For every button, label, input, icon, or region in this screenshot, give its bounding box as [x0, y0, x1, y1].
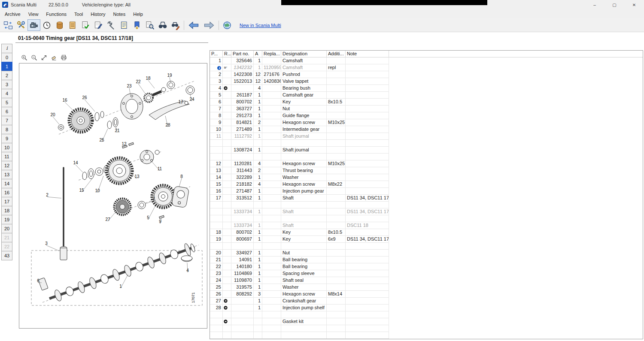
- sidebar-page-10[interactable]: 10: [1, 143, 12, 152]
- assembly-icon[interactable]: [223, 318, 231, 325]
- fit-icon[interactable]: [40, 54, 48, 61]
- sidebar-page-2[interactable]: 2: [1, 71, 12, 80]
- sidebar-page-20[interactable]: 20: [1, 224, 12, 233]
- zoom-out-icon[interactable]: [30, 54, 38, 61]
- globe-icon[interactable]: [221, 19, 234, 31]
- eraser-icon[interactable]: [50, 54, 58, 61]
- table-row[interactable]: 31522013121420836Valve tappet: [210, 78, 389, 85]
- table-row[interactable]: 253195751Washer: [210, 284, 389, 291]
- sidebar-page-6[interactable]: 6: [1, 107, 12, 116]
- sidebar-page-21[interactable]: 21: [1, 233, 12, 242]
- document-check-icon[interactable]: [79, 19, 92, 31]
- table-row[interactable]: [210, 202, 389, 208]
- table-row[interactable]: 1211202814Hexagon screwM10x25: [210, 160, 389, 167]
- table-row[interactable]: 102714891Intermediate gear: [210, 126, 389, 133]
- menu-help[interactable]: Help: [129, 11, 147, 18]
- column-header-designation[interactable]: Designation: [281, 51, 327, 57]
- table-row[interactable]: 173135121ShaftDS11 34, DSC11 17: [210, 195, 389, 202]
- sidebar-page-43[interactable]: 43: [1, 251, 12, 260]
- document-edit-icon[interactable]: [92, 19, 105, 31]
- column-header-r[interactable]: R...: [223, 51, 231, 57]
- table-row[interactable]: 188007021Key8x10.5: [210, 229, 389, 236]
- column-header-part-no[interactable]: Part no.: [231, 51, 254, 57]
- column-header-additi[interactable]: Additi...: [327, 51, 346, 57]
- column-header-a[interactable]: A: [254, 51, 262, 57]
- sidebar-page-14[interactable]: 14: [1, 179, 12, 188]
- table-row[interactable]: [210, 311, 389, 318]
- table-row[interactable]: [210, 325, 389, 332]
- table-row[interactable]: 98148212Hexagon screwM10x25: [210, 119, 389, 126]
- drum-icon[interactable]: [53, 19, 66, 31]
- menu-view[interactable]: View: [24, 11, 43, 18]
- table-row[interactable]: [210, 243, 389, 250]
- sidebar-page-1[interactable]: 1: [1, 62, 12, 71]
- menu-tool[interactable]: Tool: [70, 11, 87, 18]
- assembly-icon[interactable]: [223, 305, 231, 311]
- clock-icon[interactable]: [40, 19, 53, 31]
- sidebar-page-3[interactable]: 3: [1, 80, 12, 89]
- table-row[interactable]: 13337341ShaftDSC11 18: [210, 222, 389, 229]
- table-row[interactable]: 2311048691Spacing sleeve: [210, 270, 389, 277]
- table-row[interactable]: 133114432Thrust bearing: [210, 167, 389, 174]
- table-row[interactable]: 203349271Nut: [210, 250, 389, 257]
- sidebar-page-4[interactable]: 4: [1, 89, 12, 98]
- sidebar-page-19[interactable]: 19: [1, 215, 12, 224]
- maximize-button[interactable]: ▢: [605, 0, 624, 9]
- info-icon[interactable]: i: [217, 66, 221, 70]
- table-row[interactable]: 13337341ShaftDS11 34, DSC11 17: [210, 208, 389, 215]
- engine-icon[interactable]: [27, 19, 40, 31]
- table-row[interactable]: 162714871Injection pump gear: [210, 188, 389, 195]
- sidebar-page-11[interactable]: 11: [1, 152, 12, 161]
- table-row[interactable]: 1111127921Shaft journal: [210, 133, 389, 140]
- table-row[interactable]: 13087241Shaft journal: [210, 147, 389, 154]
- table-row[interactable]: i☛134223211120959Camshaftrepl: [210, 64, 389, 71]
- close-button[interactable]: ✕: [624, 0, 644, 9]
- sidebar-page-7[interactable]: 7: [1, 116, 12, 125]
- table-row[interactable]: [210, 215, 389, 222]
- sidebar-page-17[interactable]: 17: [1, 197, 12, 206]
- table-row[interactable]: 268082923Hexagon screwM8x14: [210, 291, 389, 298]
- table-row[interactable]: 152181824Hexagon screwM8x22: [210, 181, 389, 188]
- binoculars-edit-icon[interactable]: [169, 19, 182, 31]
- zoom-in-icon[interactable]: [21, 54, 28, 61]
- document-search-icon[interactable]: [143, 19, 156, 31]
- table-row[interactable]: 13256461Camshaft: [210, 57, 389, 64]
- table-row[interactable]: [210, 332, 389, 339]
- sidebar-page-5[interactable]: 5: [1, 98, 12, 107]
- table-row[interactable]: 73637271Nut: [210, 106, 389, 112]
- back-icon[interactable]: [186, 19, 201, 31]
- table-row[interactable]: 281Injection pump shelf: [210, 305, 389, 311]
- invoice-icon[interactable]: [118, 19, 131, 31]
- sidebar-page-9[interactable]: 9: [1, 134, 12, 143]
- print-icon[interactable]: [60, 54, 67, 61]
- sidebar-page-12[interactable]: 12: [1, 161, 12, 170]
- table-row[interactable]: 44Bearing bush: [210, 85, 389, 92]
- column-header-repla[interactable]: Repla...: [262, 51, 281, 57]
- sidebar-page-18[interactable]: 18: [1, 206, 12, 215]
- table-row[interactable]: 82912731Guide flange: [210, 112, 389, 119]
- table-row[interactable]: [210, 154, 389, 160]
- table-row[interactable]: 143222891Washer: [210, 174, 389, 181]
- column-header-p[interactable]: P...: [210, 51, 223, 57]
- sidebar-page-i[interactable]: i: [1, 44, 12, 53]
- assembly-icon[interactable]: [223, 85, 231, 91]
- table-row[interactable]: 2411098701Shaft seal: [210, 277, 389, 284]
- sidebar-page-13[interactable]: 13: [1, 170, 12, 179]
- binoculars-icon[interactable]: [156, 19, 169, 31]
- menu-archive[interactable]: Archive: [1, 11, 24, 18]
- minimize-button[interactable]: –: [585, 0, 605, 9]
- sidebar-page-16[interactable]: 16: [1, 188, 12, 197]
- table-row[interactable]: Gasket kit: [210, 318, 389, 325]
- sidebar-page-8[interactable]: 8: [1, 125, 12, 134]
- table-row[interactable]: 21140911Ball bearing: [210, 257, 389, 263]
- column-header-note[interactable]: Note: [346, 51, 389, 57]
- document-icon[interactable]: [66, 19, 79, 31]
- sidebar-page-0[interactable]: 0: [1, 53, 12, 62]
- forward-icon[interactable]: [201, 19, 217, 31]
- table-row[interactable]: 198006971Key6x9DS11 34, DSC11 17,: [210, 236, 389, 243]
- menu-history[interactable]: History: [87, 11, 109, 18]
- exchange-parts-icon[interactable]: [2, 19, 15, 31]
- assembly-icon[interactable]: [223, 298, 231, 304]
- sidebar-page-22[interactable]: 22: [1, 242, 12, 251]
- menu-functions[interactable]: Functions: [42, 11, 70, 18]
